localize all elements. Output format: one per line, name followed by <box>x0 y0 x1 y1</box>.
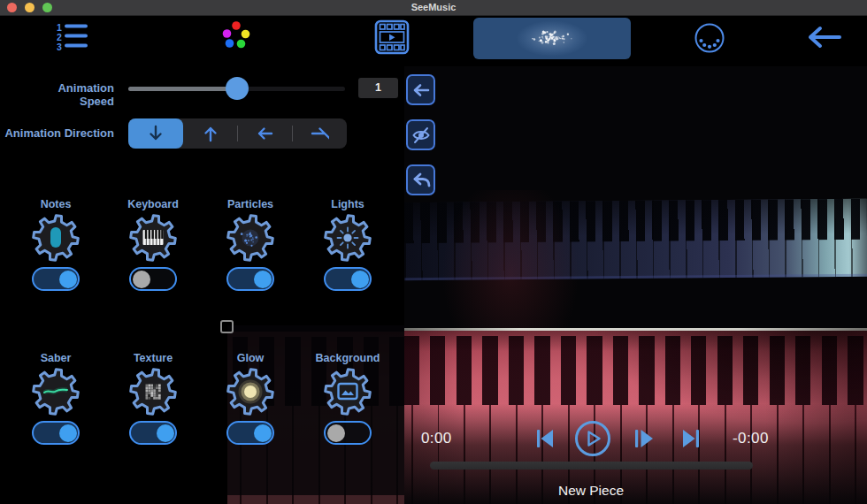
direction-segment-arrow-left[interactable] <box>238 118 293 149</box>
glow-settings-gear-button[interactable] <box>226 368 274 416</box>
toggle-card-keyboard: Keyboard <box>104 198 202 291</box>
titlebar: SeeMusic <box>0 0 867 16</box>
notes-settings-gear-button[interactable] <box>32 214 80 262</box>
particles-label: Particles <box>227 198 273 214</box>
switch-knob <box>157 424 174 442</box>
switch-knob <box>254 271 272 288</box>
slider-fill <box>128 87 237 91</box>
collapse-panel-button[interactable] <box>406 74 435 105</box>
midi-connector-icon[interactable] <box>694 22 725 54</box>
direction-segment-arrow-right[interactable] <box>292 118 347 149</box>
background-settings-gear-button[interactable] <box>324 368 372 416</box>
animation-direction-segmented-control <box>128 118 347 149</box>
toggle-card-notes: Notes <box>7 198 104 291</box>
animation-speed-label: Animation Speed <box>21 81 114 108</box>
glow-label: Glow <box>237 352 265 368</box>
toggle-card-saber: Saber <box>7 352 104 445</box>
arrow-left-icon <box>255 124 274 143</box>
step-forward-icon <box>632 427 655 450</box>
back-arrow-icon[interactable] <box>805 25 842 50</box>
switch-knob <box>351 271 369 288</box>
keyboard-label: Keyboard <box>127 198 179 214</box>
skip-back-button[interactable] <box>533 427 556 453</box>
toggle-card-texture: Texture <box>104 352 202 445</box>
direction-segment-arrow-down[interactable] <box>128 118 183 149</box>
texture-switch[interactable] <box>129 421 177 445</box>
hide-interface-button[interactable] <box>406 119 435 150</box>
animation-speed-slider[interactable] <box>128 80 345 97</box>
glow-switch[interactable] <box>226 421 274 445</box>
seemusic-window: SeeMusic 1 2 3 <box>0 0 867 504</box>
undo-button[interactable] <box>406 164 435 195</box>
saber-switch[interactable] <box>32 421 80 445</box>
elapsed-time: 0:00 <box>421 430 452 447</box>
arrow-right-icon <box>310 124 329 143</box>
step-forward-button[interactable] <box>632 427 655 453</box>
foreground-piano-keys <box>404 331 867 504</box>
toolbar: 1 2 3 <box>0 16 867 66</box>
toggle-card-glow: Glow <box>202 352 299 445</box>
toggle-card-lights: Lights <box>299 198 396 291</box>
particles-thumbnail <box>473 18 631 59</box>
texture-settings-gear-button[interactable] <box>129 368 177 416</box>
skip-back-icon <box>533 427 556 450</box>
notes-switch[interactable] <box>32 267 80 291</box>
switch-knob <box>254 424 272 442</box>
keyboard-settings-gear-button[interactable] <box>129 214 177 262</box>
play-button[interactable] <box>574 420 611 460</box>
toggle-card-background: Background <box>299 352 396 445</box>
window-title: SeeMusic <box>0 2 867 12</box>
saber-label: Saber <box>41 352 72 368</box>
particles-switch[interactable] <box>226 267 274 291</box>
particles-preview-button[interactable] <box>473 18 631 59</box>
play-icon <box>574 420 611 457</box>
slider-thumb[interactable] <box>226 77 249 100</box>
lights-switch[interactable] <box>324 267 372 291</box>
svg-text:3: 3 <box>57 42 62 52</box>
glow-gear-icon <box>226 368 274 416</box>
particles-gear-icon <box>226 214 274 262</box>
switch-knob <box>133 271 150 288</box>
texture-gear-icon <box>129 368 177 416</box>
piece-title: New Piece <box>494 483 688 499</box>
background-switch[interactable] <box>324 421 372 445</box>
skip-next-icon <box>679 427 702 450</box>
notes-label: Notes <box>41 198 72 214</box>
film-icon[interactable] <box>374 19 410 55</box>
saber-settings-gear-button[interactable] <box>32 368 80 416</box>
remaining-time: -0:00 <box>733 430 769 447</box>
switch-knob <box>59 271 77 288</box>
texture-label: Texture <box>134 352 173 368</box>
seek-bar[interactable] <box>430 462 753 470</box>
keyboard-gear-icon <box>129 214 177 262</box>
skip-next-button[interactable] <box>679 427 702 453</box>
lights-settings-gear-button[interactable] <box>324 214 372 262</box>
resize-handle-icon[interactable] <box>220 320 234 333</box>
eye-off-icon <box>410 125 432 146</box>
toggle-card-particles: Particles <box>202 198 299 291</box>
animation-speed-value-field[interactable]: 1 <box>358 78 398 98</box>
switch-knob <box>327 424 345 442</box>
arrow-down-icon <box>146 124 165 143</box>
lights-gear-icon <box>324 214 372 262</box>
saber-gear-icon <box>32 368 80 416</box>
background-gear-icon <box>324 368 372 416</box>
direction-segment-arrow-up[interactable] <box>183 118 238 149</box>
lights-label: Lights <box>331 198 364 214</box>
switch-knob <box>59 424 77 442</box>
color-dots-icon[interactable] <box>220 20 252 52</box>
note-gear-icon <box>32 214 80 262</box>
keyboard-switch[interactable] <box>129 267 177 291</box>
arrow-up-icon <box>201 124 220 143</box>
animation-direction-label: Animation Direction <box>4 126 114 140</box>
background-label: Background <box>316 352 380 368</box>
ordered-list-icon[interactable]: 1 2 3 <box>57 21 88 53</box>
arrow-left-icon <box>411 80 431 100</box>
particles-settings-gear-button[interactable] <box>226 214 274 262</box>
undo-arrow-icon <box>410 170 432 191</box>
